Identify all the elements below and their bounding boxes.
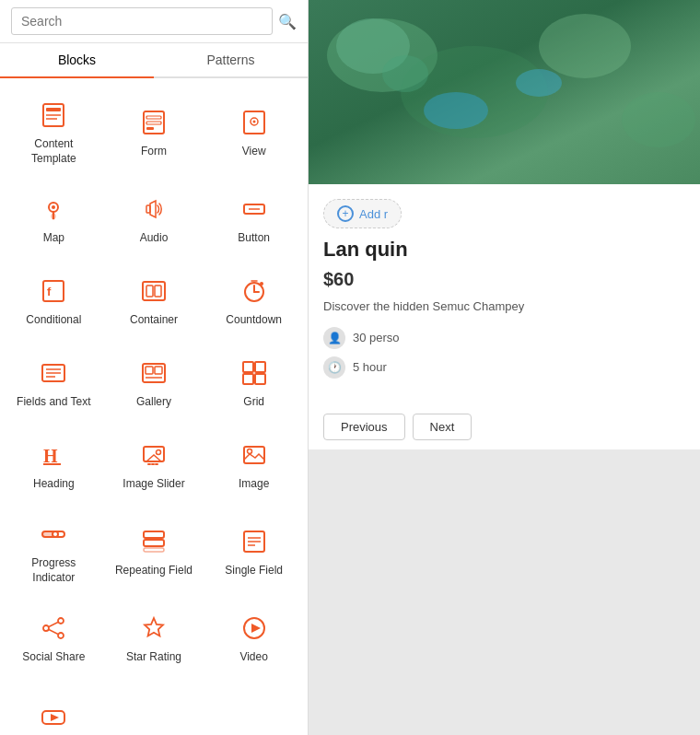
svg-point-60 (43, 625, 49, 631)
heading-icon: H (37, 438, 70, 472)
svg-point-71 (539, 14, 631, 78)
svg-rect-14 (146, 205, 150, 213)
search-icon: 🔍 (278, 14, 297, 29)
block-heading-label: Heading (33, 477, 75, 492)
image-icon (238, 438, 271, 472)
search-button[interactable]: 🔍 (278, 13, 297, 30)
block-grid-label: Grid (243, 395, 264, 410)
block-single-field[interactable]: Single Field (205, 507, 302, 594)
block-fields-and-text-label: Fields and Text (17, 395, 91, 410)
block-view[interactable]: View (205, 88, 302, 175)
block-social-share-label: Social Share (22, 650, 85, 665)
block-container[interactable]: Container (106, 261, 203, 339)
svg-point-10 (252, 120, 255, 122)
block-image-slider[interactable]: Image Slider (106, 425, 203, 503)
block-grid[interactable]: Grid (205, 343, 302, 421)
card-description: Discover the hidden Semuc Champey (323, 298, 685, 316)
block-repeating-field[interactable]: Repeating Field (106, 507, 203, 594)
block-social-share[interactable]: Social Share (6, 598, 102, 676)
meta-item-hours: 🕐 5 hour (323, 356, 685, 379)
svg-point-12 (52, 205, 55, 209)
block-progress-indicator[interactable]: Progress Indicator (6, 507, 102, 594)
nav-buttons: Previous Next (309, 404, 700, 449)
block-image-slider-label: Image Slider (122, 477, 184, 492)
svg-rect-21 (155, 286, 161, 297)
svg-rect-37 (255, 374, 265, 384)
blocks-grid-container: Content Template Form (0, 78, 308, 735)
tab-blocks[interactable]: Blocks (0, 43, 154, 78)
search-bar: 🔍 (0, 0, 308, 43)
block-view-label: View (242, 145, 266, 159)
block-countdown[interactable]: Countdown (205, 261, 302, 339)
svg-rect-40 (144, 447, 164, 461)
card-body: + Add r Lan quin $60 Discover the hidden… (309, 184, 700, 404)
block-star-rating[interactable]: Star Rating (106, 598, 203, 676)
card-meta: 👤 30 perso 🕐 5 hour (323, 327, 685, 379)
previous-button[interactable]: Previous (323, 414, 405, 440)
block-conditional[interactable]: f Conditional (6, 261, 102, 339)
block-gallery[interactable]: Gallery (106, 343, 203, 421)
block-image[interactable]: Image (205, 425, 302, 503)
tab-patterns[interactable]: Patterns (154, 43, 308, 76)
block-image-label: Image (239, 477, 269, 492)
svg-rect-34 (243, 362, 253, 372)
svg-point-41 (156, 449, 160, 454)
svg-rect-51 (144, 531, 164, 538)
block-youtube[interactable] (6, 680, 102, 735)
svg-line-62 (49, 630, 58, 635)
block-star-rating-label: Star Rating (126, 650, 181, 665)
block-video[interactable]: Video (205, 598, 302, 676)
social-share-icon (37, 612, 70, 645)
svg-point-74 (516, 69, 562, 97)
svg-rect-45 (244, 447, 264, 463)
star-rating-icon (137, 612, 170, 645)
form-icon (137, 106, 170, 139)
svg-point-72 (622, 92, 695, 147)
svg-point-46 (247, 449, 251, 453)
grid-icon (238, 356, 271, 390)
svg-rect-5 (146, 116, 161, 119)
block-gallery-label: Gallery (136, 395, 171, 410)
block-map[interactable]: Map (6, 179, 102, 257)
add-row-button[interactable]: + Add r (323, 199, 402, 228)
tabs-row: Blocks Patterns (0, 43, 308, 78)
button-icon (238, 192, 271, 226)
block-form[interactable]: Form (106, 88, 203, 175)
block-content-template[interactable]: Content Template (6, 88, 102, 175)
meta-persons-value: 30 perso (353, 331, 400, 344)
search-input[interactable] (11, 7, 273, 35)
svg-text:f: f (47, 285, 52, 298)
map-icon (37, 192, 70, 226)
svg-marker-67 (51, 714, 59, 721)
left-panel: 🔍 Blocks Patterns Content Template (0, 0, 309, 735)
audio-icon (137, 192, 170, 226)
svg-marker-65 (251, 624, 261, 633)
svg-text:H: H (43, 446, 58, 466)
block-button[interactable]: Button (205, 179, 302, 257)
svg-point-50 (53, 532, 57, 536)
block-heading[interactable]: H Heading (6, 425, 102, 503)
svg-rect-53 (144, 548, 164, 552)
card-image-svg (309, 0, 700, 184)
block-audio-label: Audio (140, 231, 169, 246)
meta-hours-value: 5 hour (353, 360, 387, 374)
svg-rect-1 (46, 108, 61, 111)
svg-rect-6 (146, 122, 161, 124)
block-audio[interactable]: Audio (106, 179, 203, 257)
card-image (309, 0, 700, 184)
svg-line-61 (49, 623, 58, 627)
gallery-icon (137, 356, 170, 390)
svg-point-73 (424, 92, 488, 129)
svg-rect-31 (146, 367, 153, 374)
right-panel: + Add r Lan quin $60 Discover the hidden… (309, 0, 700, 735)
single-field-icon (238, 525, 271, 558)
next-button[interactable]: Next (413, 414, 472, 440)
block-repeating-field-label: Repeating Field (115, 564, 192, 578)
svg-point-69 (327, 18, 438, 92)
svg-point-58 (58, 618, 64, 624)
svg-rect-32 (155, 367, 162, 374)
block-map-label: Map (43, 231, 64, 246)
block-fields-and-text[interactable]: Fields and Text (6, 343, 102, 421)
meta-item-persons: 👤 30 perso (323, 327, 685, 349)
fields-icon (37, 356, 70, 390)
